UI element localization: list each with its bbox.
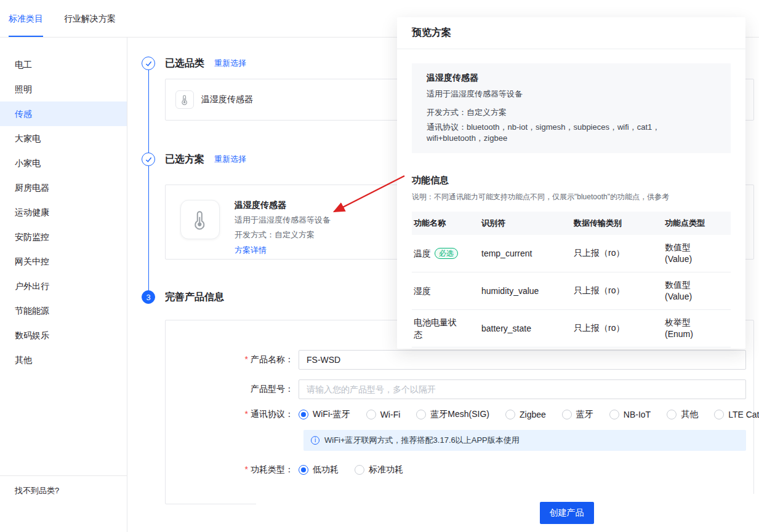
- product-name-label: *产品名称：: [166, 354, 299, 365]
- dp-type-line1: 枚举型: [665, 317, 731, 328]
- function-table-header: 功能名称 识别符 数据传输类别 功能点类型: [412, 212, 731, 235]
- cell-transfer: 只上报（ro）: [574, 248, 665, 259]
- sidebar-item-security-monitor[interactable]: 安防监控: [0, 224, 127, 249]
- cell-dp-type: 数值型(Value): [665, 242, 731, 265]
- radio-icon: [562, 410, 572, 419]
- sidebar-item-lighting[interactable]: 照明: [0, 77, 127, 101]
- radio-label: WiFi-蓝牙: [313, 409, 350, 420]
- step-connector-line: [148, 63, 149, 297]
- plan-dev-mode: 开发方式：自定义方案: [235, 229, 331, 240]
- sidebar-item-digital-entertainment[interactable]: 数码娱乐: [0, 323, 127, 347]
- plan-name: 温湿度传感器: [235, 200, 331, 211]
- preview-panel-title: 预览方案: [397, 17, 745, 49]
- radio-label: 蓝牙Mesh(SIG): [430, 409, 489, 420]
- sidebar-item-electrical[interactable]: 电工: [0, 52, 127, 77]
- table-row: 电池电量状态 battery_state 只上报（ro） 枚举型(Enum): [412, 310, 731, 347]
- cell-identifier: humidity_value: [481, 286, 574, 296]
- cell-transfer: 只上报（ro）: [574, 285, 665, 296]
- radio-wifi[interactable]: Wi-Fi: [366, 410, 401, 419]
- sidebar-item-gateway[interactable]: 网关中控: [0, 249, 127, 274]
- sidebar-item-large-appliance[interactable]: 大家电: [0, 126, 127, 151]
- product-name-row: *产品名称：: [166, 350, 746, 370]
- cell-function-name: 电池电量状态: [414, 316, 481, 341]
- step2-reselect-link[interactable]: 重新选择: [214, 154, 246, 165]
- summary-protocols: 通讯协议：bluetooth，nb-iot，sigmesh，subpieces，…: [427, 122, 716, 144]
- radio-bt-mesh-sig[interactable]: 蓝牙Mesh(SIG): [416, 409, 489, 420]
- radio-label: NB-IoT: [624, 410, 651, 419]
- table-row: 温度必选 temp_current 只上报（ro） 数值型(Value): [412, 235, 731, 272]
- sidebar-item-outdoor[interactable]: 户外出行: [0, 274, 127, 298]
- sidebar-item-sport-health[interactable]: 运动健康: [0, 200, 127, 224]
- radio-other[interactable]: 其他: [667, 409, 698, 420]
- product-model-label: 产品型号：: [166, 384, 299, 395]
- protocol-label: *通讯协议：: [166, 409, 299, 420]
- cell-identifier: temp_current: [481, 248, 574, 258]
- function-name-text: 湿度: [414, 286, 431, 296]
- step1-check-icon: [142, 57, 155, 70]
- dp-type-line1: 数值型: [665, 242, 731, 253]
- tab-industry-solution[interactable]: 行业解决方案: [64, 0, 116, 37]
- function-info-title: 功能信息: [412, 175, 731, 186]
- radio-label: 标准功耗: [369, 464, 403, 475]
- required-mark: *: [245, 409, 248, 419]
- radio-icon: [505, 410, 515, 419]
- product-name-input[interactable]: [299, 350, 746, 370]
- power-type-row: *功耗类型： 低功耗 标准功耗: [166, 464, 746, 475]
- radio-icon: [667, 410, 677, 419]
- radio-lte-cat1[interactable]: LTE Cat.1: [714, 410, 759, 419]
- form-footer-bar: 创建产品: [256, 494, 759, 532]
- radio-icon: [714, 410, 724, 419]
- sidebar-item-small-appliance[interactable]: 小家电: [0, 151, 127, 175]
- step2-check-icon: [142, 153, 155, 166]
- info-icon: i: [311, 436, 319, 445]
- step2-title: 已选方案: [165, 153, 204, 166]
- function-table: 功能名称 识别符 数据传输类别 功能点类型 温度必选 temp_current …: [412, 212, 731, 347]
- radio-nbiot[interactable]: NB-IoT: [609, 410, 651, 419]
- plan-summary-box: 温湿度传感器 适用于温湿度传感器等设备 开发方式：自定义方案 通讯协议：blue…: [412, 63, 731, 153]
- radio-wifi-bluetooth[interactable]: WiFi-蓝牙: [299, 409, 350, 420]
- sidebar-item-energy[interactable]: 节能能源: [0, 298, 127, 323]
- sidebar-item-sensor[interactable]: 传感: [0, 101, 127, 126]
- radio-standard-power[interactable]: 标准功耗: [355, 464, 403, 475]
- protocol-radio-group: WiFi-蓝牙 Wi-Fi 蓝牙Mesh(SIG) Zigbee 蓝牙 NB-I…: [299, 409, 759, 420]
- dp-type-line2: (Enum): [665, 328, 731, 340]
- label-text: 通讯协议：: [251, 409, 294, 419]
- summary-name: 温湿度传感器: [427, 73, 716, 84]
- cell-dp-type: 枚举型(Enum): [665, 317, 731, 340]
- step1-reselect-link[interactable]: 重新选择: [214, 58, 246, 69]
- alert-text: WiFi+蓝牙联网方式，推荐搭配3.17.6以上APP版本使用: [324, 435, 520, 446]
- function-name-text: 电池电量状态: [414, 317, 457, 339]
- summary-dev-mode: 开发方式：自定义方案: [427, 107, 716, 118]
- table-row: 湿度 humidity_value 只上报（ro） 数值型(Value): [412, 272, 731, 310]
- cell-function-name: 湿度: [414, 285, 481, 297]
- sidebar-item-kitchen-appliance[interactable]: 厨房电器: [0, 175, 127, 200]
- cell-dp-type: 数值型(Value): [665, 279, 731, 303]
- tab-standard-category[interactable]: 标准类目: [9, 0, 43, 37]
- product-model-input[interactable]: [299, 379, 746, 399]
- radio-bluetooth[interactable]: 蓝牙: [562, 409, 593, 420]
- radio-icon: [299, 410, 308, 419]
- plan-detail-link[interactable]: 方案详情: [235, 245, 267, 256]
- radio-zigbee[interactable]: Zigbee: [505, 410, 546, 419]
- selected-category-name: 温湿度传感器: [201, 94, 253, 105]
- label-text: 产品名称：: [251, 354, 294, 364]
- col-transfer-type: 数据传输类别: [574, 218, 665, 229]
- required-mark: *: [245, 464, 248, 474]
- radio-icon: [609, 410, 619, 419]
- create-product-button[interactable]: 创建产品: [540, 502, 594, 524]
- radio-low-power[interactable]: 低功耗: [299, 464, 339, 475]
- radio-icon: [355, 465, 364, 475]
- power-radio-group: 低功耗 标准功耗: [299, 464, 746, 475]
- function-info-note: 说明：不同通讯能力可能支持功能点不同，仅展示"bluetooth"的功能点，供参…: [412, 192, 731, 202]
- radio-label: Zigbee: [520, 410, 546, 419]
- sidebar-item-other[interactable]: 其他: [0, 347, 127, 372]
- cannot-find-category-link[interactable]: 找不到品类?: [0, 475, 127, 496]
- summary-desc: 适用于温湿度传感器等设备: [427, 89, 716, 100]
- cell-identifier: battery_state: [481, 324, 574, 333]
- radio-label: Wi-Fi: [380, 410, 401, 419]
- protocol-row: *通讯协议： WiFi-蓝牙 Wi-Fi 蓝牙Mesh(SIG) Zigbee …: [166, 409, 746, 420]
- col-identifier: 识别符: [481, 218, 574, 229]
- preview-plan-panel: 预览方案 温湿度传感器 适用于温湿度传感器等设备 开发方式：自定义方案 通讯协议…: [397, 17, 745, 349]
- power-type-label: *功耗类型：: [166, 464, 299, 475]
- required-badge: 必选: [435, 248, 458, 259]
